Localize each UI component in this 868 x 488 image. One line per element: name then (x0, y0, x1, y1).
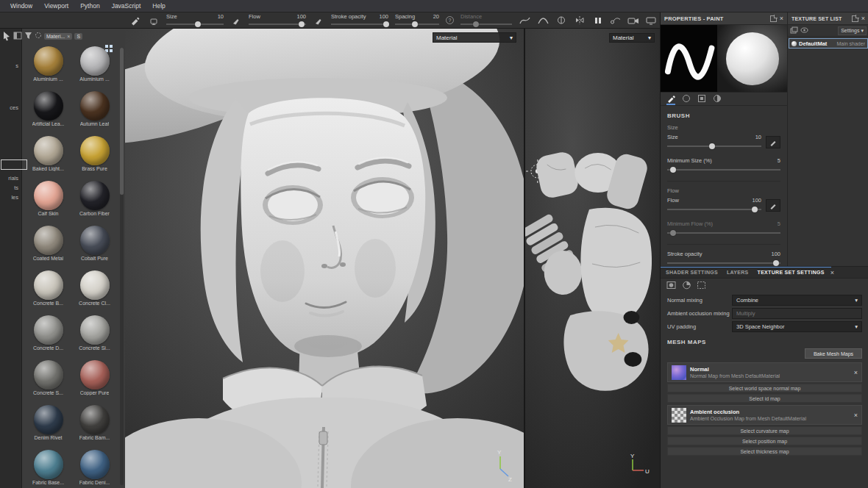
close-icon[interactable]: × (854, 369, 858, 376)
tab-shader-settings[interactable]: SHADER SETTINGS (666, 270, 718, 275)
lazy-mouse-icon[interactable] (610, 15, 622, 26)
uv-padding-select[interactable]: 3D Space Neighbor ▾ (732, 321, 862, 332)
visibility-icon[interactable] (800, 26, 808, 35)
close-icon[interactable]: × (67, 34, 70, 39)
flow-slider[interactable] (667, 207, 761, 212)
material-item[interactable]: Fabric Bam... (72, 405, 118, 443)
menu-item[interactable]: Window (4, 0, 38, 12)
slider-handle[interactable] (383, 21, 389, 27)
material-item[interactable]: Concrete S... (26, 360, 71, 398)
filter-chip-materials[interactable]: Materi... × (44, 33, 72, 40)
slider-handle[interactable] (773, 260, 779, 266)
tab-brush-icon[interactable] (666, 93, 675, 105)
material-item[interactable]: Cobalt Pure (72, 226, 118, 264)
flow-pressure-pen-icon[interactable] (313, 15, 324, 26)
slider-handle[interactable] (195, 21, 201, 27)
filter-chip-search[interactable]: S (74, 33, 82, 40)
toolbar-stroke-opacity-slider[interactable] (331, 21, 388, 27)
selected-category-box[interactable] (1, 159, 27, 170)
falloff-curve-icon[interactable] (519, 15, 530, 26)
shelf-category-label[interactable]: s (15, 62, 18, 69)
select-map-button[interactable]: Select world space normal map (667, 384, 862, 392)
close-icon[interactable]: × (830, 269, 834, 276)
texture-set-visibility-icon[interactable] (791, 41, 797, 46)
material-item[interactable]: Carbon Fiber (72, 181, 118, 219)
uv-viewport-material-dropdown[interactable]: Material ▾ (609, 33, 655, 43)
projection-camera-icon[interactable] (627, 15, 639, 26)
material-item[interactable]: Artificial Lea... (26, 91, 71, 129)
material-item[interactable]: Autumn Leaf (72, 91, 118, 129)
material-item[interactable]: Aluminium ... (26, 46, 71, 85)
toolbar-spacing-slider[interactable] (395, 21, 439, 27)
ao-map-row[interactable]: Ambient occlusion Ambient Occlusion Map … (667, 405, 862, 425)
bake-mesh-maps-button[interactable]: Bake Mesh Maps (805, 348, 862, 359)
pause-engine-icon[interactable] (592, 15, 604, 26)
size-pressure-pen-icon[interactable] (230, 15, 242, 26)
filter-funnel-icon[interactable] (24, 32, 32, 41)
uv-islands-render[interactable] (525, 29, 660, 488)
eraser-tool-icon[interactable] (148, 15, 160, 26)
close-icon[interactable]: × (780, 15, 783, 22)
layers-stack-icon[interactable] (790, 26, 798, 35)
material-item[interactable]: Denim Rivet (26, 405, 71, 443)
tab-layers[interactable]: LAYERS (727, 270, 749, 275)
tab-material-icon[interactable] (713, 93, 722, 105)
display-settings-icon[interactable] (645, 15, 657, 26)
filter-ring-icon[interactable] (35, 32, 42, 40)
material-item[interactable]: Concrete Cl... (72, 270, 118, 309)
menu-item[interactable]: Python (74, 0, 105, 12)
size-pressure-button[interactable] (766, 136, 780, 148)
symmetry-icon[interactable] (574, 15, 586, 26)
uv-selection-icon[interactable] (697, 281, 706, 291)
character-3d-render[interactable] (125, 29, 524, 488)
popout-panel-icon[interactable] (852, 15, 858, 22)
tab-alpha-icon[interactable] (682, 93, 691, 105)
flow-pressure-button[interactable] (766, 199, 780, 212)
material-item[interactable]: Fabric Deni... (72, 450, 118, 488)
shelf-category-label[interactable]: les (11, 194, 18, 201)
material-item[interactable]: Brass Pure (72, 136, 118, 174)
help-icon[interactable]: ? (446, 16, 454, 24)
shelf-category-label[interactable]: rials (8, 175, 18, 182)
slider-handle[interactable] (752, 207, 758, 212)
tab-texture-set-settings[interactable]: TEXTURE SET SETTINGS (758, 270, 825, 275)
toolbar-flow-slider[interactable] (249, 21, 306, 27)
slider-handle[interactable] (670, 167, 676, 173)
material-channels-icon[interactable] (666, 281, 677, 291)
shelf-category-label[interactable]: ces (10, 104, 18, 111)
viewport-2d-uv[interactable]: Material ▾ Y U (524, 29, 660, 488)
select-map-button[interactable]: Select position map (667, 437, 862, 445)
menu-item[interactable]: JavaScript (106, 0, 147, 12)
texture-set-item-defaultmat[interactable]: DefaultMat Main shader (789, 38, 868, 49)
material-item[interactable]: Fabric Base... (26, 450, 71, 488)
material-item[interactable]: Calf Skin (26, 181, 71, 219)
paint-tool-icon[interactable] (129, 15, 141, 26)
shelf-category-label[interactable]: ts (14, 184, 18, 191)
select-map-button[interactable]: Select id map (667, 394, 862, 403)
resolution-pie-icon[interactable] (682, 281, 691, 291)
select-map-button[interactable]: Select thickness map (667, 447, 862, 456)
select-map-button[interactable]: Select curvature map (667, 426, 862, 435)
alignment-icon[interactable] (555, 15, 567, 26)
tab-stencil-icon[interactable] (697, 93, 706, 105)
profile-curve-icon[interactable] (537, 15, 549, 26)
minimum-size-slider[interactable] (667, 167, 780, 173)
slider-handle[interactable] (709, 143, 715, 149)
texture-set-settings-dropdown[interactable]: Settings ▾ (838, 26, 867, 35)
normal-mixing-select[interactable]: Combine ▾ (732, 295, 862, 306)
menu-item[interactable]: Viewport (38, 0, 74, 12)
normal-map-row[interactable]: Normal Normal Map from Mesh DefaultMater… (667, 362, 862, 382)
material-item[interactable]: Aluminium ... (72, 46, 118, 85)
material-item[interactable]: Concrete B... (26, 270, 71, 309)
close-icon[interactable]: × (854, 412, 858, 419)
ao-mixing-field[interactable]: Multiply (732, 308, 862, 319)
toolbar-size-slider[interactable] (166, 21, 224, 27)
popout-panel-icon[interactable] (770, 15, 777, 22)
slider-handle[interactable] (412, 21, 418, 27)
shelf-scrollbar[interactable] (120, 48, 124, 485)
slider-handle[interactable] (299, 21, 305, 27)
menu-item[interactable]: Help (146, 0, 171, 12)
material-item[interactable]: Baked Light... (26, 136, 71, 174)
size-slider[interactable] (667, 143, 761, 149)
material-item[interactable]: Copper Pure (72, 360, 118, 398)
